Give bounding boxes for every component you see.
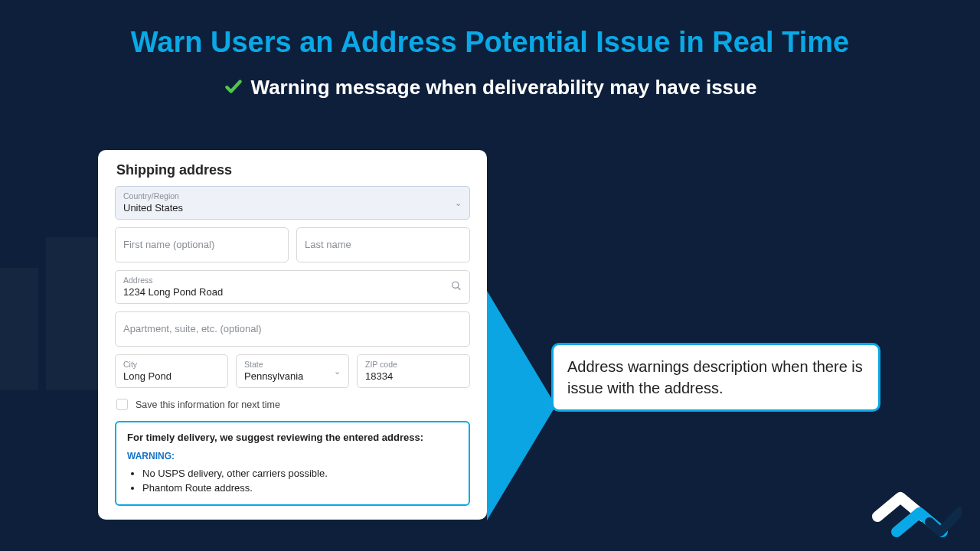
save-info-label: Save this information for next time: [136, 399, 280, 410]
zip-value: 18334: [365, 370, 462, 383]
form-title: Shipping address: [116, 162, 470, 178]
warning-heading: For timely delivery, we suggest reviewin…: [127, 432, 458, 443]
warning-item: No USPS delivery, other carriers possibl…: [142, 468, 458, 479]
svg-point-12: [452, 282, 459, 288]
zip-input[interactable]: ZIP code 18334: [357, 354, 470, 388]
last-name-input[interactable]: Last name: [296, 227, 470, 262]
warning-label: WARNING:: [127, 451, 458, 461]
address-label: Address: [123, 276, 462, 285]
state-select[interactable]: State Pennsylvania ⌄: [236, 354, 349, 388]
subtitle-text: Warning message when deliverability may …: [251, 76, 757, 99]
apartment-placeholder: Apartment, suite, etc. (optional): [123, 318, 462, 340]
svg-line-13: [458, 287, 461, 290]
warning-item: Phantom Route address.: [142, 482, 458, 494]
state-label: State: [244, 360, 341, 370]
last-name-placeholder: Last name: [305, 234, 462, 256]
first-name-placeholder: First name (optional): [123, 234, 280, 256]
city-input[interactable]: City Long Pond: [115, 354, 228, 388]
search-icon: [451, 281, 462, 294]
country-label: Country/Region: [123, 191, 462, 201]
address-value: 1234 Long Pond Road: [123, 285, 462, 299]
brand-logo-icon: [870, 474, 962, 543]
address-input[interactable]: Address 1234 Long Pond Road: [115, 270, 470, 304]
zip-label: ZIP code: [365, 360, 462, 370]
checkbox-icon: [116, 399, 128, 410]
callout-arrow: [487, 291, 556, 520]
svg-rect-1: [46, 237, 100, 390]
city-label: City: [123, 360, 220, 370]
svg-rect-0: [0, 268, 38, 390]
first-name-input[interactable]: First name (optional): [115, 227, 289, 262]
shipping-form-card: Shipping address Country/Region United S…: [98, 150, 487, 520]
country-select[interactable]: Country/Region United States ⌄: [115, 186, 470, 220]
chevron-down-icon: ⌄: [334, 367, 341, 377]
apartment-input[interactable]: Apartment, suite, etc. (optional): [115, 311, 470, 347]
page-title: Warn Users an Address Potential Issue in…: [0, 0, 980, 59]
chevron-down-icon: ⌄: [455, 198, 462, 208]
warning-list: No USPS delivery, other carriers possibl…: [127, 468, 458, 494]
state-value: Pennsylvania: [244, 370, 341, 383]
country-value: United States: [123, 201, 462, 215]
city-value: Long Pond: [123, 370, 220, 383]
check-icon: [224, 77, 243, 99]
subtitle-row: Warning message when deliverability may …: [0, 76, 980, 99]
save-info-checkbox[interactable]: Save this information for next time: [116, 399, 470, 410]
warning-box: For timely delivery, we suggest reviewin…: [115, 421, 470, 506]
callout-box: Address warnings description when there …: [551, 343, 880, 412]
